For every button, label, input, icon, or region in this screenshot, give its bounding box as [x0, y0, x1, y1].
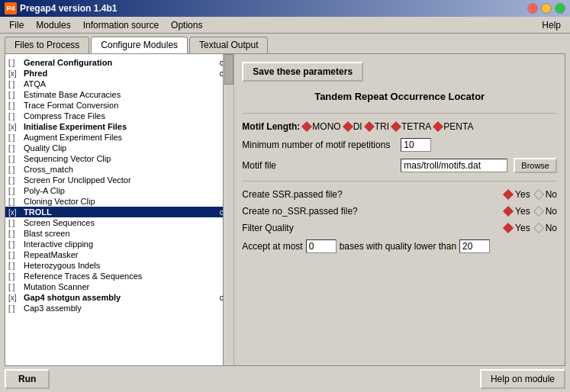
module-item[interactable]: [ ]Screen For Unclipped Vector — [5, 175, 233, 185]
accept-most-input[interactable] — [306, 239, 337, 253]
content-area: [ ]General Configurationok[x]Phredok[ ]A… — [5, 53, 565, 366]
module-checkbox: [ ] — [8, 198, 24, 206]
min-repetitions-row: Minimum number of motif repetitions — [242, 138, 557, 152]
menu-options[interactable]: Options — [165, 18, 208, 32]
module-item[interactable]: [ ]RepeatMasker — [5, 249, 233, 260]
create-no-ssr-label: Create no_SSR.passed file? — [242, 206, 500, 217]
module-checkbox: [ ] — [8, 176, 24, 185]
diamond-tri-icon — [364, 121, 375, 132]
module-item[interactable]: [ ]Reference Traces & Sequences — [5, 271, 233, 281]
module-checkbox: [ ] — [8, 187, 24, 195]
motif-option-penta[interactable]: PENTA — [434, 121, 473, 132]
create-no-ssr-yes[interactable]: Yes — [504, 206, 530, 217]
module-item[interactable]: [ ]Augment Experiment Files — [5, 132, 233, 143]
module-item[interactable]: [ ]Cross_match — [5, 164, 233, 175]
maximize-button[interactable] — [555, 3, 565, 14]
save-parameters-button[interactable]: Save these parameters — [242, 62, 363, 82]
menubar: File Modules Information source Options … — [0, 17, 570, 34]
motif-option-mono[interactable]: MONO — [303, 121, 340, 132]
module-item[interactable]: [x]Phredok — [5, 68, 233, 79]
motif-file-input[interactable] — [401, 159, 507, 172]
module-label: ATQA — [24, 79, 227, 88]
filter-quality-yes-label: Yes — [515, 223, 530, 233]
module-item[interactable]: [ ]ATQA — [5, 79, 233, 89]
motif-option-tetra[interactable]: TETRA — [392, 121, 431, 132]
tab-bar: Files to Process Configure Modules Textu… — [0, 34, 570, 53]
module-item[interactable]: [x]Gap4 shotgun assemblyok — [5, 292, 233, 303]
module-label: Screen Sequences — [24, 218, 227, 227]
module-item[interactable]: [ ]Mutation Scanner — [5, 281, 233, 292]
filter-quality-yes[interactable]: Yes — [504, 223, 530, 233]
module-item[interactable]: [ ]Cloning Vector Clip — [5, 196, 233, 207]
menu-file[interactable]: File — [3, 18, 30, 32]
module-item[interactable]: [ ]Trace Format Conversion — [5, 100, 233, 111]
module-label: General Configuration — [24, 58, 220, 67]
create-ssr-yes[interactable]: Yes — [504, 189, 530, 200]
radio-no-ssr-no-icon — [533, 206, 544, 217]
help-on-module-button[interactable]: Help on module — [480, 369, 565, 389]
app-title: Pregap4 version 1.4b1 — [20, 3, 117, 14]
create-no-ssr-no[interactable]: No — [535, 206, 557, 217]
module-label: Phred — [24, 69, 220, 78]
tab-files-to-process[interactable]: Files to Process — [5, 37, 89, 53]
menu-help[interactable]: Help — [536, 18, 567, 32]
close-button[interactable] — [527, 3, 538, 14]
tab-textual-output[interactable]: Textual Output — [189, 37, 268, 53]
module-label: Augment Experiment Files — [24, 133, 227, 142]
browse-button[interactable]: Browse — [514, 158, 557, 173]
bases-quality-label: bases with quality lower than — [340, 241, 456, 252]
module-label: Mutation Scanner — [24, 282, 227, 291]
create-ssr-label: Create SSR.passed file? — [242, 189, 500, 200]
motif-option-tri[interactable]: TRI — [366, 121, 389, 132]
motif-penta-label: PENTA — [443, 121, 473, 132]
module-title: Tandem Repeat Occurrence Locator — [242, 88, 557, 105]
module-checkbox: [ ] — [8, 219, 24, 227]
module-item[interactable]: [ ]Poly-A Clip — [5, 185, 233, 196]
module-item[interactable]: [ ]Quality Clip — [5, 143, 233, 153]
motif-di-label: DI — [353, 121, 362, 132]
module-item[interactable]: [ ]Sequencing Vector Clip — [5, 153, 233, 164]
module-checkbox: [x] — [8, 294, 24, 302]
module-checkbox: [ ] — [8, 272, 24, 281]
module-item[interactable]: [x]TROLLok — [5, 207, 233, 217]
motif-file-row: Motif file Browse — [242, 158, 557, 173]
module-item[interactable]: [x]Initialise Experiment Files- — [5, 121, 233, 132]
quality-threshold-input[interactable] — [459, 239, 490, 253]
module-item[interactable]: [ ]Heterozygous Indels — [5, 260, 233, 271]
motif-option-di[interactable]: DI — [344, 121, 362, 132]
module-label: Screen For Unclipped Vector — [24, 175, 227, 185]
filter-quality-no[interactable]: No — [535, 223, 557, 233]
create-ssr-row: Create SSR.passed file? Yes No — [242, 189, 557, 200]
module-checkbox: [ ] — [8, 91, 24, 99]
tab-configure-modules[interactable]: Configure Modules — [91, 37, 188, 53]
min-repetitions-input[interactable] — [401, 138, 431, 152]
module-checkbox: [ ] — [8, 133, 24, 142]
scrollbar-thumb[interactable] — [224, 54, 233, 85]
minimize-button[interactable] — [541, 3, 552, 14]
menu-modules[interactable]: Modules — [30, 18, 76, 32]
radio-ssr-no-icon — [533, 189, 544, 200]
radio-fq-yes-icon — [503, 223, 514, 233]
diamond-penta-icon — [433, 121, 443, 132]
menu-information-source[interactable]: Information source — [77, 18, 165, 32]
module-item[interactable]: [ ]Blast screen — [5, 228, 233, 239]
module-label: Initialise Experiment Files — [24, 122, 225, 131]
module-item[interactable]: [ ]Estimate Base Accuracies — [5, 89, 233, 100]
module-item[interactable]: [ ]Screen Sequences — [5, 217, 233, 228]
module-item[interactable]: [ ]Interactive clipping — [5, 239, 233, 249]
radio-no-ssr-yes-icon — [503, 206, 514, 217]
run-button[interactable]: Run — [5, 369, 50, 389]
module-item[interactable]: [ ]Compress Trace Files — [5, 111, 233, 121]
module-checkbox: [x] — [8, 123, 24, 131]
window-controls[interactable] — [527, 3, 565, 14]
motif-mono-label: MONO — [312, 121, 340, 132]
module-label: Estimate Base Accuracies — [24, 90, 227, 99]
motif-tri-label: TRI — [375, 121, 389, 132]
module-checkbox: [ ] — [8, 251, 24, 259]
module-item[interactable]: [ ]Cap3 assembly — [5, 303, 233, 313]
scrollbar-track[interactable] — [223, 54, 233, 365]
diamond-mono-icon — [301, 121, 312, 132]
separator-1 — [242, 113, 557, 114]
create-ssr-no[interactable]: No — [535, 189, 557, 200]
module-item[interactable]: [ ]General Configurationok — [5, 57, 233, 68]
